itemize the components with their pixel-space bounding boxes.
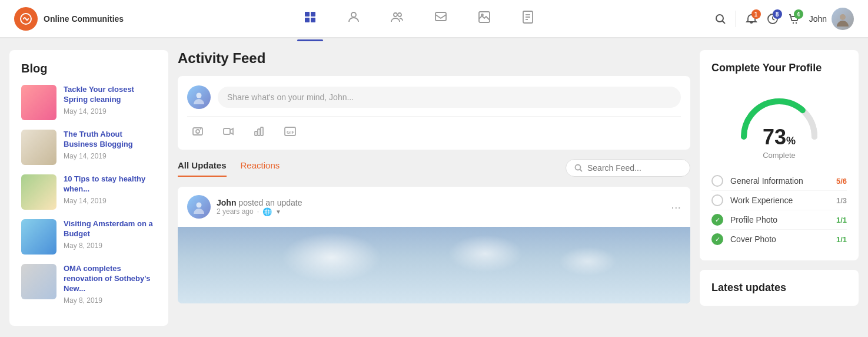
blog-thumbnail [21,264,56,299]
blog-title: Visiting Amsterdam on a Budget [64,219,157,239]
search-button[interactable] [714,13,726,25]
profile-complete-title: Complete Your Profile [711,62,847,74]
svg-point-23 [196,130,199,133]
nav-home[interactable] [297,5,323,32]
avatar-image [832,8,854,30]
profile-icon [347,10,361,28]
svg-rect-8 [435,12,446,21]
logo-icon [14,7,38,31]
blog-title: Tackle Your closest Spring cleaning [64,85,157,105]
feed-search [566,159,690,177]
main-nav [124,5,714,32]
svg-rect-27 [258,129,260,136]
app-name: Online Communities [44,14,124,24]
tab-reactions[interactable]: Reactions [241,160,280,176]
groups-icon [390,10,404,28]
navbar-divider [0,37,868,38]
user-menu[interactable]: John [809,8,854,30]
list-item[interactable]: OMA completes renovation of Sotheby's Ne… [21,264,157,305]
globe-icon: 🌐 [262,207,272,216]
list-item[interactable]: Tackle Your closest Spring cleaning May … [21,85,157,120]
svg-rect-26 [255,131,257,136]
blog-title: 10 Tips to stay healthy when... [64,174,157,194]
notes-icon [521,10,535,28]
svg-line-32 [580,170,583,172]
navbar-right: 1 8 4 John [714,8,854,30]
post-avatar [187,195,211,219]
svg-point-21 [197,93,202,98]
post-input[interactable]: Share what's on your mind, John... [218,87,681,108]
general-label: General Information [730,176,829,186]
nav-media[interactable] [471,5,497,32]
activity-button[interactable]: 8 [767,13,779,25]
post-options-button[interactable]: ··· [671,200,681,214]
photo-count: 1/1 [836,216,847,224]
gif-button[interactable]: GIF [279,123,301,140]
percent-value: 73 [763,125,786,149]
photo-button[interactable] [187,123,208,140]
profile-item-photo: ✓ Profile Photo 1/1 [711,210,847,230]
general-count: 5/6 [836,177,847,186]
media-icon [477,10,491,28]
svg-point-6 [394,13,397,16]
tab-all-updates[interactable]: All Updates [178,160,227,176]
profile-item-general: General Information 5/6 [711,171,847,191]
feed-tabs: All Updates Reactions [178,159,690,177]
profile-item-cover: ✓ Cover Photo 1/1 [711,230,847,249]
svg-point-15 [716,15,723,22]
navbar: Online Communities [0,0,868,38]
svg-rect-25 [224,128,230,134]
nav-profile[interactable] [341,5,367,32]
svg-rect-3 [305,18,310,22]
blog-date: May 8, 2019 [64,296,157,305]
cover-count: 1/1 [836,235,847,244]
divider [736,11,736,27]
work-count: 1/3 [836,196,847,205]
sidebar-title: Blog [21,62,157,75]
blog-title: The Truth About Business Blogging [64,130,157,150]
list-item[interactable]: 10 Tips to stay healthy when... May 14, … [21,174,157,210]
profile-complete-card: Complete Your Profile 73% Complete [700,50,859,260]
post-image [178,227,690,303]
blog-thumbnail [21,174,56,210]
notifications-badge: 1 [751,9,761,19]
cover-label: Cover Photo [730,234,829,244]
feed: Activity Feed Share what's on your mind,… [178,50,690,326]
svg-point-5 [351,12,356,17]
feed-title: Activity Feed [178,50,690,67]
video-button[interactable] [218,123,239,140]
gauge: 73% Complete [711,84,847,160]
photo-label: Profile Photo [730,215,829,224]
logo[interactable]: Online Communities [14,7,124,31]
blog-date: May 14, 2019 [64,107,157,115]
post-box: Share what's on your mind, John... [178,76,690,150]
blog-date: May 14, 2019 [64,152,157,160]
svg-text:GIF: GIF [287,130,294,135]
cart-button[interactable]: 4 [788,13,800,25]
svg-point-24 [200,128,201,130]
user-name: John [809,14,827,24]
svg-rect-4 [311,18,315,22]
sidebar: Blog Tackle Your closest Spring cleaning… [9,50,168,326]
blog-title: OMA completes renovation of Sotheby's Ne… [64,264,157,294]
svg-point-19 [795,22,796,24]
svg-rect-2 [311,12,315,16]
nav-groups[interactable] [384,5,410,32]
nav-notes[interactable] [515,5,541,32]
poll-button[interactable] [248,123,270,140]
latest-updates-card: Latest updates [700,270,859,306]
search-icon [574,164,583,172]
photo-status-icon: ✓ [711,214,723,226]
latest-updates-title: Latest updates [711,282,847,294]
nav-messages[interactable] [428,5,454,32]
search-input[interactable] [587,163,681,173]
notifications-button[interactable]: 1 [746,13,757,25]
svg-point-31 [576,165,581,170]
home-icon [303,10,317,28]
post-user-avatar [187,85,211,109]
blog-date: May 14, 2019 [64,197,157,205]
list-item[interactable]: Visiting Amsterdam on a Budget May 8, 20… [21,219,157,255]
list-item[interactable]: The Truth About Business Blogging May 14… [21,130,157,165]
post-card: John posted an update 2 years ago · 🌐 ▼ … [178,187,690,303]
svg-point-7 [398,13,401,16]
